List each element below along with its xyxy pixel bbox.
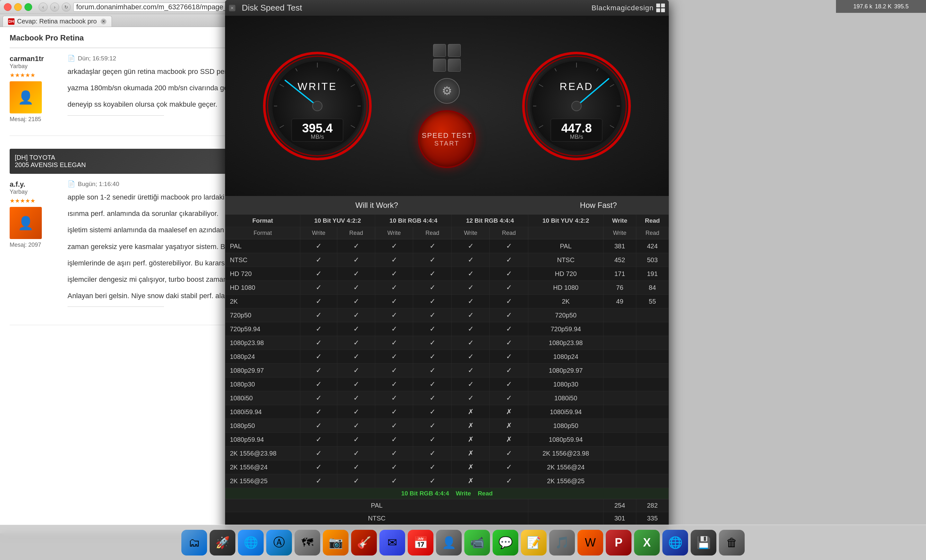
svg-point-33 bbox=[572, 101, 581, 111]
will-it-work-header: Will it Work? bbox=[225, 196, 528, 214]
app-close-button[interactable]: ✕ bbox=[229, 5, 235, 11]
svg-text:395.4: 395.4 bbox=[302, 121, 333, 135]
rgb444-12-header: 12 Bit RGB 4:4:4 bbox=[452, 214, 528, 227]
post-stars-1: ★★★★★ bbox=[10, 72, 61, 79]
post-msgcount-2: Mesaj: 2097 bbox=[10, 242, 61, 248]
maximize-button[interactable] bbox=[24, 3, 32, 11]
write-gauge: WRITE 395.4 MB/s bbox=[259, 48, 375, 164]
disk-speed-test-app: ✕ Disk Speed Test Blackmagicdesign bbox=[225, 0, 669, 533]
table-row: 2K ✓ ✓ ✓ ✓ ✓ ✓ 2K 49 55 bbox=[225, 294, 669, 308]
back-button[interactable]: ‹ bbox=[39, 3, 48, 12]
table-row: 720p59.94 ✓ ✓ ✓ ✓ ✓ ✓ 720p59.94 bbox=[225, 322, 669, 336]
settings-button[interactable]: ⚙ bbox=[434, 78, 460, 104]
dock-item-misc2[interactable]: 🎸 bbox=[351, 530, 377, 555]
col-rgb10-w: Write bbox=[375, 227, 413, 239]
dock-item-trash[interactable]: 🗑 bbox=[719, 530, 744, 555]
dock-item-misc4[interactable]: W bbox=[578, 530, 603, 555]
col-rgb12-r: Read bbox=[490, 227, 528, 239]
format-col-header: Format bbox=[225, 214, 300, 227]
how-fast-read-header: Read bbox=[636, 214, 669, 227]
yuv422-header: 10 Bit YUV 4:2:2 bbox=[300, 214, 375, 227]
post-separator-2 bbox=[68, 306, 164, 307]
table-row: 1080p59.94 ✓ ✓ ✓ ✓ ✗ ✗ 1080p59.94 bbox=[225, 433, 669, 447]
traffic-lights bbox=[4, 3, 32, 11]
read-gauge-svg: READ 447.8 MB/s bbox=[519, 48, 634, 164]
dock-item-facetime[interactable]: 📹 bbox=[464, 530, 490, 555]
how-fast-header: How Fast? bbox=[528, 196, 669, 214]
app-title: Disk Speed Test bbox=[242, 3, 302, 13]
dock-item-misc3[interactable]: 🎵 bbox=[549, 530, 575, 555]
table-row: 1080p24 ✓ ✓ ✓ ✓ ✓ ✓ 1080p24 bbox=[225, 350, 669, 364]
ctrl-square-1 bbox=[433, 44, 446, 57]
svg-point-14 bbox=[313, 101, 322, 111]
start-label2: START bbox=[434, 140, 460, 147]
table-row: PAL ✓ ✓ ✓ ✓ ✓ ✓ PAL 381 424 bbox=[225, 239, 669, 253]
table-row: 2K 1556@24 ✓ ✓ ✓ ✓ ✗ ✓ 2K 1556@24 bbox=[225, 460, 669, 474]
forward-button[interactable]: › bbox=[50, 3, 59, 12]
post-sidebar-1: carman1tr Yarbay ★★★★★ 👤 Mesaj: 2185 bbox=[10, 54, 61, 123]
ctrl-square-3 bbox=[433, 59, 446, 72]
dock-item-misc1[interactable]: 🗺 bbox=[295, 530, 320, 555]
dock-item-photos[interactable]: 📷 bbox=[323, 530, 348, 555]
network-status-1: 197.6 k bbox=[853, 3, 872, 10]
close-button[interactable] bbox=[4, 3, 12, 11]
dock-item-contacts[interactable]: 👤 bbox=[436, 530, 462, 555]
dock-item-appstore[interactable]: Ⓐ bbox=[266, 530, 292, 555]
table-row: 1080p23.98 ✓ ✓ ✓ ✓ ✓ ✓ 1080p23.98 bbox=[225, 336, 669, 350]
app-titlebar: ✕ Disk Speed Test Blackmagicdesign bbox=[225, 0, 669, 16]
table-row: 1080p30 ✓ ✓ ✓ ✓ ✓ ✓ 1080p30 bbox=[225, 377, 669, 391]
data-table-area: Will it Work? How Fast? Format 10 Bit YU… bbox=[225, 196, 669, 533]
table-row: 1080i59.94 ✓ ✓ ✓ ✓ ✗ ✗ 1080i59.94 bbox=[225, 405, 669, 419]
macos-dock: 🗂 🚀 🌐 Ⓐ 🗺 📷 🎸 ✉ 📅 👤 📹 💬 📝 🎵 W P X 🌐 💾 🗑 bbox=[0, 525, 926, 560]
blackmagic-logo: Blackmagicdesign bbox=[592, 3, 665, 12]
dock-item-misc5[interactable]: P bbox=[606, 530, 631, 555]
dock-item-launchpad[interactable]: 🚀 bbox=[210, 530, 235, 555]
dock-item-safari[interactable]: 🌐 bbox=[238, 530, 264, 555]
status-bar-right: 197.6 k 18.2 K 395.5 bbox=[836, 0, 926, 13]
speed-status: 395.5 bbox=[894, 3, 909, 10]
table-row: 1080i50 ✓ ✓ ✓ ✓ ✓ ✓ 1080i50 bbox=[225, 391, 669, 405]
svg-text:MB/s: MB/s bbox=[570, 134, 583, 140]
post-rank-2: Yarbay bbox=[10, 189, 61, 195]
post-rank-1: Yarbay bbox=[10, 63, 61, 70]
table-row: 720p50 ✓ ✓ ✓ ✓ ✓ ✓ 720p50 bbox=[225, 308, 669, 322]
dock-item-messages[interactable]: 💬 bbox=[493, 530, 518, 555]
how-fast-yuv-header: 10 Bit YUV 4:2:2 bbox=[528, 214, 603, 227]
post-avatar-1: 👤 bbox=[10, 81, 42, 113]
dock-item-mail[interactable]: ✉ bbox=[380, 530, 405, 555]
table-row-rgb10: PAL254282 bbox=[225, 499, 669, 512]
table-row: HD 720 ✓ ✓ ✓ ✓ ✓ ✓ HD 720 171 191 bbox=[225, 267, 669, 281]
dock-item-misc6[interactable]: X bbox=[634, 530, 660, 555]
dock-item-calendar[interactable]: 📅 bbox=[408, 530, 433, 555]
refresh-button[interactable]: ↻ bbox=[62, 3, 71, 12]
speed-test-start-button[interactable]: SPEED TEST START bbox=[418, 110, 476, 168]
col-rgb12-w: Write bbox=[452, 227, 490, 239]
post-separator bbox=[68, 115, 164, 116]
table-row: HD 1080 ✓ ✓ ✓ ✓ ✓ ✓ HD 1080 76 84 bbox=[225, 281, 669, 294]
col-speed-fmt bbox=[528, 227, 603, 239]
post-avatar-2: 👤 bbox=[10, 207, 42, 239]
browser-tab[interactable]: DH Cevap: Retina macbook pro ✕ bbox=[3, 16, 112, 27]
how-fast-write-header: Write bbox=[603, 214, 636, 227]
col-yuv-r: Read bbox=[337, 227, 375, 239]
tab-close-button[interactable]: ✕ bbox=[101, 19, 106, 24]
bmd-squares-icon bbox=[656, 3, 665, 12]
dock-item-notes[interactable]: 📝 bbox=[521, 530, 546, 555]
dock-item-misc8[interactable]: 💾 bbox=[691, 530, 716, 555]
ctrl-square-2 bbox=[448, 44, 461, 57]
post-username-1: carman1tr bbox=[10, 54, 61, 63]
tab-favicon: DH bbox=[8, 18, 14, 25]
table-row-rgb10: NTSC301335 bbox=[225, 512, 669, 525]
col-speed-w: Write bbox=[603, 227, 636, 239]
minimize-button[interactable] bbox=[14, 3, 22, 11]
dock-item-finder[interactable]: 🗂 bbox=[182, 530, 207, 555]
speed-data-table: Will it Work? How Fast? Format 10 Bit YU… bbox=[225, 196, 669, 533]
post-sidebar-2: a.f.y. Yarbay ★★★★★ 👤 Mesaj: 2097 bbox=[10, 180, 61, 312]
network-status-2: 18.2 K bbox=[875, 3, 891, 10]
table-row: 1080p29.97 ✓ ✓ ✓ ✓ ✓ ✓ 1080p29.97 bbox=[225, 364, 669, 377]
center-controls: ⚙ SPEED TEST START bbox=[418, 44, 476, 168]
dock-item-misc7[interactable]: 🌐 bbox=[662, 530, 688, 555]
write-gauge-svg: WRITE 395.4 MB/s bbox=[259, 48, 375, 164]
col-rgb10-r: Read bbox=[413, 227, 452, 239]
svg-text:447.8: 447.8 bbox=[561, 121, 592, 135]
